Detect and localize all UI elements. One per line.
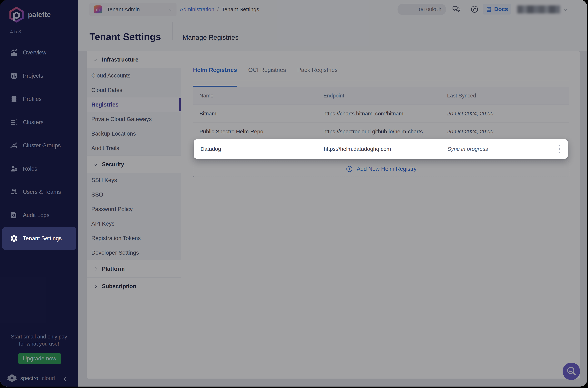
sidebar-item-label: Cluster Groups [23, 142, 61, 149]
settings-item-label: Cloud Rates [91, 87, 122, 94]
settings-item-label: Private Cloud Gateways [91, 116, 152, 122]
sidebar-item-overview[interactable]: Overview [0, 41, 78, 64]
docs-label: Docs [494, 6, 508, 13]
promo-line2: for what you use! [0, 340, 78, 347]
settings-item-password-policy[interactable]: Password Policy [87, 202, 181, 217]
infrastructure-items: Cloud Accounts Cloud Rates Registries Pr… [87, 68, 181, 156]
tab-helm-registries[interactable]: Helm Registries [193, 67, 237, 80]
brand-logo: palette [9, 7, 51, 23]
settings-item-cloud-accounts[interactable]: Cloud Accounts [87, 68, 181, 83]
chevron-down-icon [169, 8, 172, 11]
sidebar-nav: Overview Projects [0, 41, 78, 250]
plus-circle-icon [346, 165, 353, 172]
cell-endpoint: https://spectrocloud.github.io/helm-char… [323, 128, 447, 135]
settings-item-label: Cloud Accounts [91, 73, 130, 79]
settings-item-private-cloud-gateways[interactable]: Private Cloud Gateways [87, 112, 181, 126]
settings-item-label: Registration Tokens [91, 235, 141, 242]
breadcrumb-administration-link[interactable]: Administration [180, 6, 214, 13]
sidebar-item-clusters[interactable]: Clusters [0, 111, 78, 134]
settings-item-registries[interactable]: Registries [87, 97, 181, 112]
sidebar-item-users-teams[interactable]: Users & Teams [0, 180, 78, 204]
section-label: Subscription [102, 283, 136, 290]
settings-item-sso[interactable]: SSO [87, 188, 181, 202]
sidebar-item-label: Profiles [23, 96, 42, 102]
settings-item-label: SSO [91, 192, 103, 198]
sidebar-item-profiles[interactable]: Profiles [0, 87, 78, 111]
breadcrumb: Administration / Tenant Settings [180, 0, 259, 19]
overview-chart-icon [10, 48, 18, 57]
title-divider [173, 22, 173, 40]
sidebar-item-label: Tenant Settings [23, 235, 62, 242]
explore-button[interactable] [470, 5, 479, 13]
breadcrumb-current: Tenant Settings [222, 6, 259, 13]
header-band: Tenant Admin Administration / Tenant Set… [78, 0, 587, 51]
project-scope-label: Tenant Admin [107, 6, 140, 13]
chat-button[interactable] [452, 5, 461, 14]
tab-pack-registries[interactable]: Pack Registries [297, 67, 338, 80]
settings-item-cloud-rates[interactable]: Cloud Rates [87, 83, 181, 97]
cell-last-synced: 20 Oct 2024, 20:00 [447, 111, 569, 117]
section-label: Platform [102, 266, 125, 272]
row-actions-kebab-icon[interactable] [556, 144, 563, 154]
promo-line1: Start small and only pay [0, 333, 78, 340]
settings-item-label: Audit Trails [91, 145, 119, 151]
sidebar-item-roles[interactable]: Roles [0, 157, 78, 180]
cluster-groups-network-icon [10, 141, 18, 150]
project-scope-selector[interactable]: Tenant Admin [89, 3, 177, 16]
user-name-redacted[interactable] [517, 5, 560, 13]
audit-logs-icon [10, 211, 18, 219]
settings-item-backup-locations[interactable]: Backup Locations [87, 126, 181, 141]
user-menu-chevron-icon[interactable] [564, 8, 566, 11]
project-scope-icon [94, 5, 102, 13]
users-teams-icon [10, 188, 18, 196]
breadcrumb-separator: / [217, 6, 219, 13]
spectro-cloud-brand: spectrocloud [6, 373, 55, 383]
section-subscription[interactable]: Subscription [87, 277, 181, 295]
sidebar: palette 4.5.3 Overview [0, 0, 78, 387]
table-row-bitnami[interactable]: Bitnami https://charts.bitnami.com/bitna… [193, 105, 569, 123]
magnifier-smile-icon [564, 364, 578, 378]
brand-name: palette [28, 11, 51, 19]
chevron-down-icon [94, 163, 97, 166]
projects-icon [10, 72, 18, 80]
sidebar-item-tenant-settings[interactable]: Tenant Settings [2, 227, 76, 250]
feedback-search-fab[interactable] [562, 363, 580, 380]
section-security[interactable]: Security [87, 156, 181, 173]
security-items: SSH Keys SSO Password Policy API Keys Re… [87, 173, 181, 260]
add-new-helm-registry-button[interactable]: Add New Helm Registry [193, 161, 569, 177]
settings-item-label: Backup Locations [91, 130, 136, 137]
sidebar-collapse-button[interactable] [62, 376, 69, 382]
app-version: 4.5.3 [10, 29, 21, 35]
section-infrastructure[interactable]: Infrastructure [87, 51, 181, 68]
docs-button[interactable]: Docs [483, 4, 511, 15]
spectro-cloud-logo-icon [6, 373, 18, 383]
table-row-public-spectro-helm-repo[interactable]: Public Spectro Helm Repo https://spectro… [193, 123, 569, 141]
sidebar-item-projects[interactable]: Projects [0, 64, 78, 87]
table-row-datadog-highlighted[interactable]: Datadog https://helm.datadoghq.com Sync … [194, 139, 568, 159]
settings-item-audit-trails[interactable]: Audit Trails [87, 141, 181, 156]
usage-meter-pill[interactable]: 0/100kCh [398, 4, 446, 15]
sidebar-item-cluster-groups[interactable]: Cluster Groups [0, 134, 78, 157]
sidebar-item-label: Overview [23, 49, 46, 56]
column-last-synced: Last Synced [447, 93, 569, 99]
sidebar-item-audit-logs[interactable]: Audit Logs [0, 204, 78, 227]
cell-name: Datadog [194, 146, 324, 152]
section-platform[interactable]: Platform [87, 260, 181, 277]
column-endpoint: Endpoint [323, 93, 447, 99]
upgrade-now-button[interactable]: Upgrade now [18, 353, 61, 364]
sidebar-item-label: Users & Teams [23, 189, 61, 195]
page-subtitle: Manage Registries [182, 34, 238, 41]
settings-item-api-keys[interactable]: API Keys [87, 217, 181, 231]
chevron-right-icon [94, 267, 97, 270]
tab-oci-registries[interactable]: OCI Registries [248, 67, 286, 80]
cell-name: Public Spectro Helm Repo [193, 128, 323, 135]
book-icon [486, 6, 492, 12]
section-label: Security [102, 161, 124, 168]
settings-item-registration-tokens[interactable]: Registration Tokens [87, 231, 181, 245]
sidebar-item-label: Projects [23, 73, 43, 79]
settings-item-developer-settings[interactable]: Developer Settings [87, 245, 181, 260]
sidebar-footer-divider [1, 370, 77, 370]
section-label: Infrastructure [102, 56, 139, 63]
settings-item-ssh-keys[interactable]: SSH Keys [87, 173, 181, 188]
chevron-right-icon [94, 285, 97, 288]
